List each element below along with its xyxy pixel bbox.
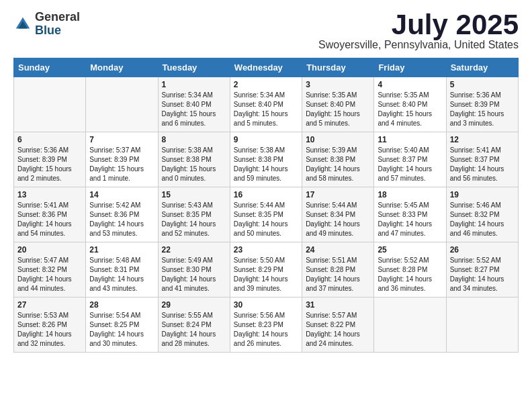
weekday-header: Tuesday bbox=[158, 58, 230, 77]
day-info: Sunrise: 5:42 AM Sunset: 8:36 PM Dayligh… bbox=[89, 201, 154, 238]
day-info: Sunrise: 5:48 AM Sunset: 8:31 PM Dayligh… bbox=[89, 256, 154, 293]
day-info: Sunrise: 5:35 AM Sunset: 8:40 PM Dayligh… bbox=[306, 91, 370, 128]
weekday-header: Monday bbox=[86, 58, 158, 77]
calendar-cell: 13Sunrise: 5:41 AM Sunset: 8:36 PM Dayli… bbox=[14, 187, 86, 242]
calendar-cell: 19Sunrise: 5:46 AM Sunset: 8:32 PM Dayli… bbox=[446, 187, 518, 242]
calendar-header-row: SundayMondayTuesdayWednesdayThursdayFrid… bbox=[14, 58, 519, 77]
calendar-cell: 8Sunrise: 5:38 AM Sunset: 8:38 PM Daylig… bbox=[158, 132, 230, 187]
logo: General Blue bbox=[13, 11, 80, 38]
calendar-cell: 11Sunrise: 5:40 AM Sunset: 8:37 PM Dayli… bbox=[374, 132, 446, 187]
day-info: Sunrise: 5:53 AM Sunset: 8:26 PM Dayligh… bbox=[17, 311, 82, 349]
day-info: Sunrise: 5:47 AM Sunset: 8:32 PM Dayligh… bbox=[17, 256, 82, 293]
day-info: Sunrise: 5:52 AM Sunset: 8:28 PM Dayligh… bbox=[378, 256, 442, 293]
calendar-week-row: 27Sunrise: 5:53 AM Sunset: 8:26 PM Dayli… bbox=[14, 298, 519, 353]
day-info: Sunrise: 5:57 AM Sunset: 8:22 PM Dayligh… bbox=[306, 311, 370, 349]
day-info: Sunrise: 5:41 AM Sunset: 8:37 PM Dayligh… bbox=[450, 146, 515, 183]
calendar-cell: 21Sunrise: 5:48 AM Sunset: 8:31 PM Dayli… bbox=[86, 242, 158, 298]
logo-general-text: General bbox=[35, 11, 80, 24]
calendar-cell: 6Sunrise: 5:36 AM Sunset: 8:39 PM Daylig… bbox=[14, 132, 86, 187]
calendar-cell: 1Sunrise: 5:34 AM Sunset: 8:40 PM Daylig… bbox=[158, 77, 230, 132]
title-block: July 2025 Swoyersville, Pennsylvania, Un… bbox=[318, 11, 519, 51]
calendar-cell: 30Sunrise: 5:56 AM Sunset: 8:23 PM Dayli… bbox=[230, 298, 302, 353]
day-number: 10 bbox=[306, 135, 370, 144]
day-info: Sunrise: 5:45 AM Sunset: 8:33 PM Dayligh… bbox=[378, 201, 442, 238]
calendar-cell: 24Sunrise: 5:51 AM Sunset: 8:28 PM Dayli… bbox=[302, 242, 374, 298]
weekday-header: Saturday bbox=[446, 58, 518, 77]
day-number: 12 bbox=[450, 135, 515, 144]
calendar-cell: 20Sunrise: 5:47 AM Sunset: 8:32 PM Dayli… bbox=[14, 242, 86, 298]
day-number: 30 bbox=[234, 300, 298, 310]
calendar-cell bbox=[446, 298, 518, 353]
day-number: 25 bbox=[378, 245, 442, 255]
day-info: Sunrise: 5:34 AM Sunset: 8:40 PM Dayligh… bbox=[162, 91, 226, 128]
weekday-header: Friday bbox=[374, 58, 446, 77]
calendar-cell: 18Sunrise: 5:45 AM Sunset: 8:33 PM Dayli… bbox=[374, 187, 446, 242]
calendar-cell: 14Sunrise: 5:42 AM Sunset: 8:36 PM Dayli… bbox=[86, 187, 158, 242]
day-info: Sunrise: 5:52 AM Sunset: 8:27 PM Dayligh… bbox=[450, 256, 515, 293]
calendar-week-row: 6Sunrise: 5:36 AM Sunset: 8:39 PM Daylig… bbox=[14, 132, 519, 187]
calendar-cell bbox=[86, 77, 158, 132]
day-info: Sunrise: 5:51 AM Sunset: 8:28 PM Dayligh… bbox=[306, 256, 370, 293]
day-number: 15 bbox=[162, 190, 226, 199]
calendar-week-row: 13Sunrise: 5:41 AM Sunset: 8:36 PM Dayli… bbox=[14, 187, 519, 242]
day-number: 19 bbox=[450, 190, 515, 199]
day-number: 11 bbox=[378, 135, 442, 144]
day-number: 14 bbox=[89, 190, 154, 199]
calendar-cell: 17Sunrise: 5:44 AM Sunset: 8:34 PM Dayli… bbox=[302, 187, 374, 242]
day-number: 13 bbox=[17, 190, 82, 199]
day-number: 3 bbox=[306, 80, 370, 89]
calendar-cell: 29Sunrise: 5:55 AM Sunset: 8:24 PM Dayli… bbox=[158, 298, 230, 353]
day-info: Sunrise: 5:35 AM Sunset: 8:40 PM Dayligh… bbox=[378, 91, 442, 128]
day-info: Sunrise: 5:39 AM Sunset: 8:38 PM Dayligh… bbox=[306, 146, 370, 183]
day-number: 1 bbox=[162, 80, 226, 89]
day-info: Sunrise: 5:34 AM Sunset: 8:40 PM Dayligh… bbox=[234, 91, 298, 128]
weekday-header: Wednesday bbox=[230, 58, 302, 77]
calendar-table: SundayMondayTuesdayWednesdayThursdayFrid… bbox=[13, 58, 519, 353]
calendar-cell bbox=[374, 298, 446, 353]
calendar-cell: 26Sunrise: 5:52 AM Sunset: 8:27 PM Dayli… bbox=[446, 242, 518, 298]
day-info: Sunrise: 5:44 AM Sunset: 8:34 PM Dayligh… bbox=[306, 201, 370, 238]
day-number: 27 bbox=[17, 300, 82, 310]
calendar-cell: 16Sunrise: 5:44 AM Sunset: 8:35 PM Dayli… bbox=[230, 187, 302, 242]
day-info: Sunrise: 5:41 AM Sunset: 8:36 PM Dayligh… bbox=[17, 201, 82, 238]
day-number: 2 bbox=[234, 80, 298, 89]
calendar-cell: 9Sunrise: 5:38 AM Sunset: 8:38 PM Daylig… bbox=[230, 132, 302, 187]
day-number: 28 bbox=[89, 300, 154, 310]
calendar-week-row: 1Sunrise: 5:34 AM Sunset: 8:40 PM Daylig… bbox=[14, 77, 519, 132]
day-info: Sunrise: 5:40 AM Sunset: 8:37 PM Dayligh… bbox=[378, 146, 442, 183]
day-number: 4 bbox=[378, 80, 442, 89]
day-number: 9 bbox=[234, 135, 298, 144]
day-number: 31 bbox=[306, 300, 370, 310]
day-info: Sunrise: 5:56 AM Sunset: 8:23 PM Dayligh… bbox=[234, 311, 298, 349]
calendar-cell: 25Sunrise: 5:52 AM Sunset: 8:28 PM Dayli… bbox=[374, 242, 446, 298]
day-info: Sunrise: 5:38 AM Sunset: 8:38 PM Dayligh… bbox=[234, 146, 298, 183]
logo-text: General Blue bbox=[35, 11, 80, 38]
weekday-header: Thursday bbox=[302, 58, 374, 77]
day-info: Sunrise: 5:46 AM Sunset: 8:32 PM Dayligh… bbox=[450, 201, 515, 238]
day-number: 22 bbox=[162, 245, 226, 255]
calendar-cell: 31Sunrise: 5:57 AM Sunset: 8:22 PM Dayli… bbox=[302, 298, 374, 353]
calendar-cell bbox=[14, 77, 86, 132]
day-number: 5 bbox=[450, 80, 515, 89]
day-number: 29 bbox=[162, 300, 226, 310]
calendar-cell: 2Sunrise: 5:34 AM Sunset: 8:40 PM Daylig… bbox=[230, 77, 302, 132]
calendar-cell: 4Sunrise: 5:35 AM Sunset: 8:40 PM Daylig… bbox=[374, 77, 446, 132]
page-header: General Blue July 2025 Swoyersville, Pen… bbox=[13, 11, 519, 51]
month-title: July 2025 bbox=[318, 11, 519, 39]
day-info: Sunrise: 5:54 AM Sunset: 8:25 PM Dayligh… bbox=[89, 311, 154, 349]
day-number: 26 bbox=[450, 245, 515, 255]
day-number: 24 bbox=[306, 245, 370, 255]
location-title: Swoyersville, Pennsylvania, United State… bbox=[318, 39, 519, 51]
day-info: Sunrise: 5:36 AM Sunset: 8:39 PM Dayligh… bbox=[17, 146, 82, 183]
day-number: 18 bbox=[378, 190, 442, 199]
day-number: 23 bbox=[234, 245, 298, 255]
day-info: Sunrise: 5:49 AM Sunset: 8:30 PM Dayligh… bbox=[162, 256, 226, 293]
day-number: 20 bbox=[17, 245, 82, 255]
calendar-cell: 22Sunrise: 5:49 AM Sunset: 8:30 PM Dayli… bbox=[158, 242, 230, 298]
logo-icon bbox=[13, 15, 32, 34]
day-info: Sunrise: 5:36 AM Sunset: 8:39 PM Dayligh… bbox=[450, 91, 515, 128]
calendar-cell: 15Sunrise: 5:43 AM Sunset: 8:35 PM Dayli… bbox=[158, 187, 230, 242]
day-info: Sunrise: 5:55 AM Sunset: 8:24 PM Dayligh… bbox=[162, 311, 226, 349]
day-number: 7 bbox=[89, 135, 154, 144]
day-info: Sunrise: 5:38 AM Sunset: 8:38 PM Dayligh… bbox=[162, 146, 226, 183]
